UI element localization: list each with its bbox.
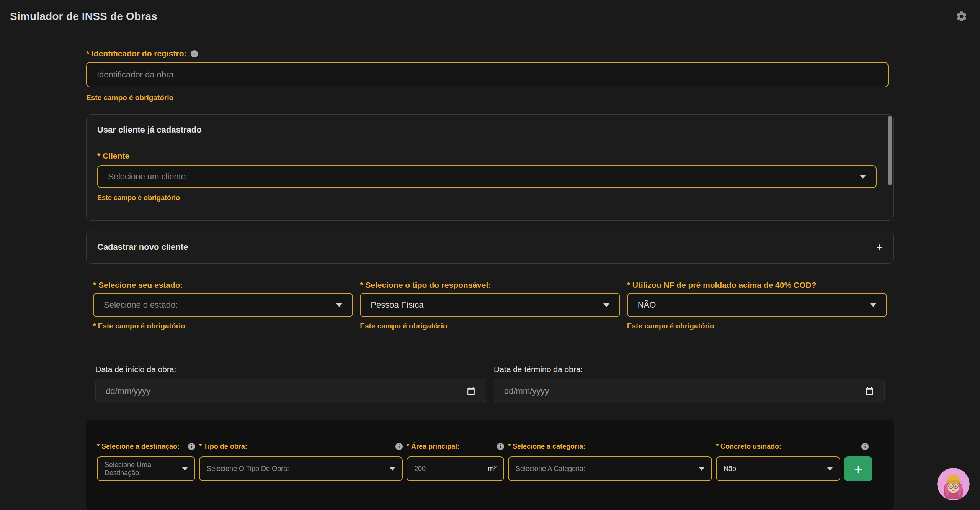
categoria-select[interactable]: Selecione A Categoria: (508, 456, 712, 481)
concreto-select-value: Não (724, 465, 736, 473)
data-termino-placeholder: dd/mm/yyyy (504, 386, 549, 396)
chevron-down-icon (336, 303, 342, 307)
responsavel-select[interactable]: Pessoa Física (360, 293, 620, 317)
concreto-select[interactable]: Não (716, 456, 840, 481)
responsavel-error: Este campo é obrigatório (360, 322, 620, 330)
settings-button[interactable] (956, 10, 968, 23)
cliente-label-text: * Cliente (97, 151, 129, 161)
concreto-label-row: * Concreto usinado: (716, 442, 840, 451)
data-inicio-placeholder: dd/mm/yyyy (106, 386, 150, 396)
expand-plus-icon[interactable]: + (877, 242, 883, 253)
calendar-icon[interactable] (466, 386, 476, 396)
tipo-obra-select[interactable]: Selecione O Tipo De Obra: (199, 456, 403, 481)
cliente-panel: Usar cliente já cadastrado − * Cliente S… (86, 114, 894, 221)
chevron-down-icon (870, 303, 876, 307)
tipo-obra-label-row: * Tipo de obra: i (199, 442, 403, 451)
page-title: Simulador de INSS de Obras (10, 10, 157, 23)
area-input-value: 200 (414, 465, 426, 473)
info-icon[interactable]: i (395, 443, 403, 450)
area-label: * Área principal: (407, 443, 459, 451)
data-inicio-label: Data de início da obra: (95, 365, 486, 374)
cliente-panel-title: Usar cliente já cadastrado (97, 125, 202, 135)
cliente-panel-header[interactable]: Usar cliente já cadastrado − (97, 115, 883, 135)
categoria-label-row: * Selecione a categoria: (508, 442, 712, 451)
registro-label: * Identificador do registro: (86, 49, 187, 58)
destinacao-label-row: * Selecione a destinação: i (97, 442, 195, 451)
chevron-down-icon (699, 467, 704, 471)
info-icon[interactable]: i (861, 443, 869, 450)
app-header: Simulador de INSS de Obras (0, 0, 980, 33)
estado-select[interactable]: Selecione o estado: (93, 293, 353, 317)
registro-input[interactable] (86, 62, 889, 87)
destinacao-select[interactable]: Selecione Uma Destinação: (97, 456, 195, 481)
data-termino-column: Data de término da obra: dd/mm/yyyy (494, 365, 885, 403)
tipo-obra-label: * Tipo de obra: (199, 443, 247, 451)
area-label-row: * Área principal: i (407, 442, 504, 451)
selects-row: * Selecione seu estado: Selecione o esta… (86, 280, 894, 330)
chevron-down-icon (182, 467, 188, 471)
user-avatar[interactable] (937, 468, 970, 500)
nf-column: * Utilizou NF de pré moldado acima de 40… (627, 280, 887, 330)
collapse-minus-icon[interactable]: − (868, 125, 874, 135)
cliente-error: Este campo é obrigatório (97, 194, 883, 202)
responsavel-label: * Selecione o tipo do responsável: (360, 280, 620, 290)
novo-cliente-title: Cadastrar novo cliente (97, 242, 188, 252)
responsavel-select-value: Pessoa Física (371, 300, 423, 310)
add-item-button[interactable]: + (844, 456, 872, 481)
info-icon[interactable]: i (191, 50, 198, 57)
calendar-icon[interactable] (865, 386, 874, 396)
concreto-label: * Concreto usinado: (716, 443, 781, 451)
panel-scrollbar[interactable] (888, 116, 892, 185)
nf-select-value: NÃO (638, 300, 656, 310)
cliente-select-value: Selecione um cliente: (108, 172, 188, 182)
chevron-down-icon (603, 303, 609, 307)
avatar-memoji-image (937, 468, 970, 500)
responsavel-column: * Selecione o tipo do responsável: Pesso… (360, 280, 620, 330)
nf-label: * Utilizou NF de pré moldado acima de 40… (627, 280, 887, 290)
area-unit: m² (488, 464, 497, 473)
chevron-down-icon (827, 467, 833, 471)
nf-error: Este campo é obrigatório (627, 322, 887, 330)
destinacao-select-value: Selecione Uma Destinação: (105, 461, 182, 477)
obra-grid: * Selecione a destinação: i * Tipo de ob… (97, 442, 883, 481)
gear-icon (956, 10, 968, 23)
estado-column: * Selecione seu estado: Selecione o esta… (93, 280, 353, 330)
dates-row: Data de início da obra: dd/mm/yyyy Data … (86, 365, 894, 403)
area-input[interactable]: 200 m² (407, 456, 504, 481)
data-inicio-column: Data de início da obra: dd/mm/yyyy (95, 365, 486, 403)
form-container: * Identificador do registro: i Este camp… (86, 49, 894, 510)
info-icon[interactable]: i (188, 443, 195, 450)
registro-label-row: * Identificador do registro: i (86, 49, 894, 58)
chevron-down-icon (390, 467, 395, 471)
estado-select-value: Selecione o estado: (104, 300, 178, 310)
data-termino-label: Data de término da obra: (494, 365, 885, 374)
add-label-row: i (844, 442, 872, 451)
destinacao-label: * Selecione a destinação: (97, 443, 180, 451)
tipo-obra-select-value: Selecione O Tipo De Obra: (207, 465, 289, 473)
registro-error: Este campo é obrigatório (86, 93, 894, 102)
categoria-label: * Selecione a categoria: (508, 443, 585, 451)
info-icon[interactable]: i (497, 443, 504, 450)
categoria-select-value: Selecione A Categoria: (516, 465, 585, 473)
novo-cliente-panel[interactable]: Cadastrar novo cliente + (86, 231, 894, 264)
cliente-select[interactable]: Selecione um cliente: (97, 165, 877, 188)
estado-error: * Este campo é obrigatório (93, 322, 353, 330)
chevron-down-icon (860, 175, 866, 179)
cliente-field-label: * Cliente (97, 151, 883, 161)
estado-label: * Selecione seu estado: (93, 280, 353, 290)
obra-panel: * Selecione a destinação: i * Tipo de ob… (86, 420, 894, 510)
data-inicio-input[interactable]: dd/mm/yyyy (95, 379, 486, 403)
nf-select[interactable]: NÃO (627, 293, 887, 317)
data-termino-input[interactable]: dd/mm/yyyy (494, 379, 885, 403)
